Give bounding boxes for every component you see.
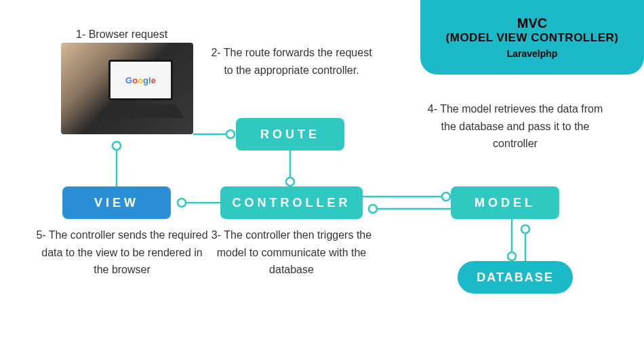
database-node: DATABASE (458, 261, 573, 294)
step-4-label: 4- The model retrieves the data from the… (424, 100, 607, 153)
step-2-label: 2- The route forwards the request to the… (210, 44, 373, 79)
svg-point-13 (508, 252, 516, 260)
svg-point-3 (286, 178, 294, 186)
svg-point-1 (226, 130, 235, 138)
model-node: MODEL (451, 186, 559, 219)
step-1-label: 1- Browser request (76, 26, 167, 43)
header-subtitle: MODEL VIEW CONTROLLER (446, 31, 619, 45)
controller-node: CONTROLLER (220, 186, 363, 219)
header-title: MVC (517, 16, 547, 31)
route-node: ROUTE (236, 118, 344, 151)
svg-point-15 (521, 225, 529, 233)
header-tag: Laravelphp (507, 48, 558, 59)
svg-point-11 (369, 205, 377, 213)
view-node: VIEW (62, 186, 171, 219)
google-logo: Google (125, 75, 156, 85)
svg-point-9 (442, 193, 450, 201)
svg-point-7 (113, 142, 121, 150)
step-5-label: 5- The controller sends the required dat… (34, 226, 210, 279)
browser-photo: Google (61, 43, 193, 134)
svg-point-5 (178, 199, 186, 207)
header-banner: MVC MODEL VIEW CONTROLLER Laravelphp (420, 0, 644, 75)
step-3-label: 3- The controller then triggers the mode… (203, 226, 380, 279)
